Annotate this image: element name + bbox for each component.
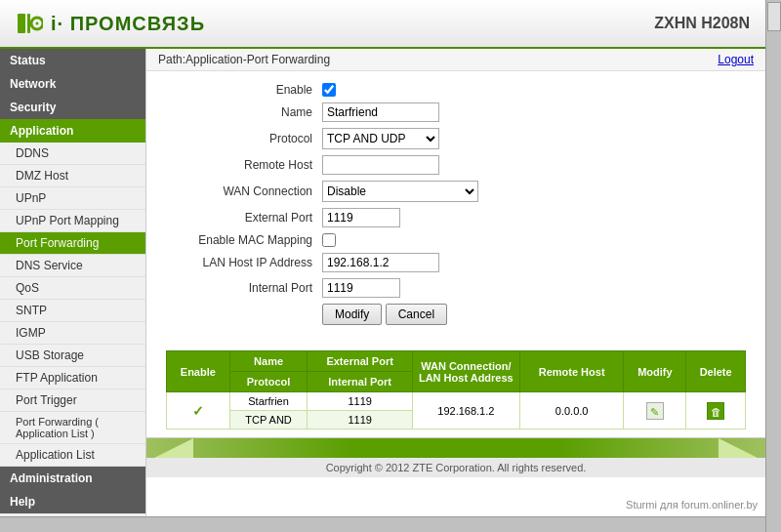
enable-label: Enable [166, 83, 322, 97]
col-protocol: Protocol [229, 372, 308, 392]
name-row: Name [166, 102, 746, 122]
modify-button[interactable]: Modify [322, 304, 382, 325]
sidebar-item-dmz-host[interactable]: DMZ Host [0, 165, 145, 187]
enable-checkbox[interactable] [322, 83, 336, 97]
name-input[interactable] [322, 102, 439, 122]
row-external-port: 1119 [308, 392, 412, 411]
enable-mac-row: Enable MAC Mapping [166, 233, 746, 247]
sidebar-category-security[interactable]: Security [0, 96, 145, 119]
sidebar-item-ddns[interactable]: DDNS [0, 143, 145, 165]
scrollbar-right[interactable] [765, 0, 781, 532]
col-internal-port: Internal Port [308, 372, 412, 392]
col-remote-host: Remote Host [519, 351, 624, 392]
logo-text: i· ПРОМСВЯЗЬ [51, 13, 205, 35]
edit-icon[interactable]: ✎ [646, 402, 664, 420]
path-text: Path:Application-Port Forwarding [158, 53, 330, 66]
scrollbar-bottom[interactable] [0, 516, 765, 532]
path-bar: Path:Application-Port Forwarding Logout [146, 49, 765, 71]
enable-mac-label: Enable MAC Mapping [166, 233, 322, 247]
protocol-row: Protocol TCP AND UDP TCP UDP [166, 128, 746, 149]
sidebar-item-qos[interactable]: QoS [0, 277, 145, 300]
logo-area: i· ПРОМСВЯЗЬ [16, 10, 205, 37]
wan-connection-row: WAN Connection Disable [166, 181, 746, 202]
external-port-row: External Port [166, 208, 746, 227]
data-table-wrapper: Enable Name External Port WAN Connection… [166, 350, 746, 430]
sidebar-item-ftp-application[interactable]: FTP Application [0, 367, 145, 389]
watermark: Sturmi для forum.onliner.by [622, 497, 761, 512]
row-internal-port: 1119 [308, 411, 412, 430]
form-area: Enable Name Protocol TCP AND UDP TCP UDP [146, 71, 765, 343]
remote-host-input[interactable] [322, 155, 439, 175]
wan-connection-label: WAN Connection [166, 184, 322, 198]
protocol-select[interactable]: TCP AND UDP TCP UDP [322, 128, 439, 149]
sidebar-item-usb-storage[interactable]: USB Storage [0, 345, 145, 367]
row-name: Starfrien [229, 392, 308, 411]
footer-area: Copyright © 2012 ZTE Corporation. All ri… [146, 437, 765, 477]
lan-host-ip-row: LAN Host IP Address [166, 253, 746, 272]
port-forwarding-table: Enable Name External Port WAN Connection… [166, 350, 746, 430]
sidebar-item-igmp[interactable]: IGMP [0, 322, 145, 345]
table-row: ✓ Starfrien 1119 192.168.1.2 0.0.0.0 ✎ 🗑 [167, 392, 746, 411]
check-icon: ✓ [192, 403, 204, 419]
wan-connection-select[interactable]: Disable [322, 181, 478, 202]
logout-link[interactable]: Logout [718, 53, 754, 66]
col-name: Name [229, 351, 308, 372]
external-port-label: External Port [166, 211, 322, 225]
svg-point-3 [36, 22, 39, 25]
sidebar-item-application-list[interactable]: Application List [0, 444, 145, 467]
enable-row: Enable [166, 83, 746, 97]
row-delete-action: 🗑 [686, 392, 746, 430]
sidebar-item-port-trigger[interactable]: Port Trigger [0, 389, 145, 412]
internal-port-row: Internal Port [166, 278, 746, 298]
scrollbar-thumb[interactable] [767, 2, 781, 31]
lan-host-ip-label: LAN Host IP Address [166, 256, 322, 269]
logo-icon [16, 10, 43, 37]
footer-green-bar [146, 438, 765, 458]
content-area: Path:Application-Port Forwarding Logout … [146, 49, 765, 516]
row-modify-action: ✎ [624, 392, 686, 430]
delete-icon[interactable]: 🗑 [707, 402, 724, 420]
sidebar-item-pf-app-list[interactable]: Port Forwarding ( Application List ) [0, 412, 145, 444]
internal-port-label: Internal Port [166, 281, 322, 295]
row-protocol: TCP AND [229, 411, 308, 430]
sidebar-item-upnp-port-mapping[interactable]: UPnP Port Mapping [0, 210, 145, 232]
lan-host-ip-input[interactable] [322, 253, 439, 272]
row-remote-host: 0.0.0.0 [519, 392, 624, 430]
model-text: ZXHN H208N [654, 15, 750, 32]
sidebar-category-status[interactable]: Status [0, 49, 145, 72]
sidebar-category-application[interactable]: Application [0, 119, 145, 143]
sidebar-item-sntp[interactable]: SNTP [0, 300, 145, 322]
sidebar-item-dns-service[interactable]: DNS Service [0, 255, 145, 277]
header: i· ПРОМСВЯЗЬ ZXHN H208N [0, 0, 765, 49]
remote-host-row: Remote Host [166, 155, 746, 175]
col-external-port: External Port [308, 351, 412, 372]
buttons-row: Modify Cancel [166, 304, 746, 325]
enable-mac-checkbox[interactable] [322, 233, 336, 247]
row-wan-connection: 192.168.1.2 [412, 392, 519, 430]
sidebar-category-administration[interactable]: Administration [0, 467, 145, 490]
external-port-input[interactable] [322, 208, 400, 227]
row-enable: ✓ [167, 392, 230, 430]
svg-rect-0 [18, 14, 25, 33]
col-wan-connection: WAN Connection/ LAN Host Address [412, 351, 519, 392]
remote-host-label: Remote Host [166, 158, 322, 172]
col-delete: Delete [686, 351, 746, 392]
sidebar-category-help[interactable]: Help [0, 490, 145, 513]
sidebar-item-upnp[interactable]: UPnP [0, 187, 145, 210]
name-label: Name [166, 105, 322, 119]
sidebar-category-network[interactable]: Network [0, 72, 145, 96]
sidebar: Status Network Security Application DDNS… [0, 49, 146, 516]
protocol-label: Protocol [166, 132, 322, 145]
col-enable: Enable [167, 351, 230, 392]
sidebar-item-port-forwarding[interactable]: Port Forwarding [0, 232, 145, 255]
footer-copyright: Copyright © 2012 ZTE Corporation. All ri… [146, 458, 765, 477]
col-modify: Modify [624, 351, 686, 392]
cancel-button[interactable]: Cancel [386, 304, 447, 325]
internal-port-input[interactable] [322, 278, 400, 298]
